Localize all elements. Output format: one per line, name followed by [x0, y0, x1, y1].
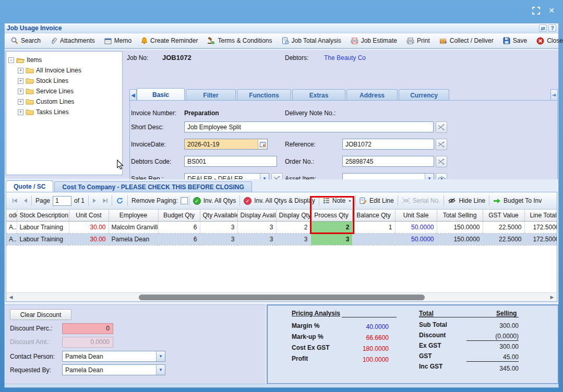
- tab-quote-sc[interactable]: Quote / SC: [6, 180, 53, 192]
- budget-to-inv-button[interactable]: Budget To Inv: [490, 197, 544, 204]
- reference-input[interactable]: JOB1072: [342, 139, 434, 150]
- tab-scroll-right-icon[interactable]: ➜: [550, 89, 558, 101]
- cell-budget-qty[interactable]: 6: [158, 233, 200, 245]
- print-button[interactable]: Print: [403, 35, 434, 46]
- page-input[interactable]: 1: [53, 196, 71, 206]
- col-total-selling[interactable]: Total Selling: [437, 210, 483, 221]
- tree-item-tasks-lines[interactable]: + Tasks Lines: [8, 107, 120, 117]
- cell-display-qty[interactable]: 3: [276, 233, 310, 245]
- prev-page-icon[interactable]: [20, 198, 30, 203]
- col-display-available[interactable]: Display Availa: [237, 210, 276, 221]
- cell-code[interactable]: A...: [6, 233, 17, 245]
- col-line-total[interactable]: Line Total: [524, 210, 557, 221]
- col-qty-available[interactable]: Qty Available: [200, 210, 237, 221]
- tab-filter[interactable]: Filter: [186, 89, 236, 101]
- refresh-button[interactable]: ⇄: [539, 24, 547, 32]
- table-row[interactable]: A... Labour Training 30.00 Malcolm Granv…: [6, 221, 557, 233]
- cell-display-qty[interactable]: 2: [276, 221, 310, 233]
- search-button[interactable]: Search: [7, 35, 44, 46]
- close-button[interactable]: Close: [533, 35, 563, 47]
- col-budget-qty[interactable]: Budget Qty: [158, 210, 200, 221]
- discount-perc-input[interactable]: 0: [62, 323, 113, 334]
- tree-item-stock-lines[interactable]: + Stock Lines: [8, 76, 120, 86]
- col-balance-qty[interactable]: Balance Qty: [352, 210, 395, 221]
- collapse-icon[interactable]: −: [8, 57, 14, 63]
- cell-budget-qty[interactable]: 6: [158, 221, 200, 233]
- cell-gst-value[interactable]: 22.5000: [483, 221, 524, 233]
- debtors-link[interactable]: The Beauty Co: [324, 54, 366, 62]
- short-desc-lookup-button[interactable]: [436, 121, 447, 133]
- expand-icon[interactable]: +: [18, 99, 23, 105]
- serial-no-button[interactable]: Serial No.: [399, 197, 443, 204]
- contact-person-select[interactable]: Pamela Dean ▼: [62, 351, 165, 362]
- cell-qty-available[interactable]: 3: [200, 221, 237, 233]
- cell-line-total[interactable]: 172.5000: [524, 233, 557, 245]
- memo-button[interactable]: Memo: [101, 35, 135, 46]
- debtors-code-input[interactable]: BS001: [184, 156, 277, 167]
- chevron-down-icon[interactable]: ▼: [156, 351, 165, 361]
- cell-balance-qty[interactable]: 1: [352, 221, 395, 233]
- order-no-input[interactable]: 25898745: [342, 156, 434, 167]
- note-dropdown-button[interactable]: Note▼: [320, 197, 354, 204]
- tab-scroll-left-icon[interactable]: ◀: [129, 89, 137, 101]
- cell-unit-cost[interactable]: 30.00: [69, 233, 109, 245]
- cell-gst-value[interactable]: 22.5000: [483, 233, 524, 245]
- hide-line-button[interactable]: Hide Line: [445, 197, 488, 204]
- expand-icon[interactable]: +: [18, 78, 23, 84]
- col-gst-value[interactable]: GST Value: [483, 210, 524, 221]
- refresh-grid-icon[interactable]: [113, 197, 126, 204]
- tree-item-service-lines[interactable]: + Service Lines: [8, 86, 120, 96]
- first-page-icon[interactable]: [9, 198, 20, 203]
- expand-icon[interactable]: +: [18, 109, 23, 115]
- cell-process-qty[interactable]: 2: [310, 221, 352, 233]
- col-unit-cost[interactable]: Unit Cost: [69, 210, 109, 221]
- help-button[interactable]: ?: [548, 24, 556, 32]
- table-row-selected[interactable]: A... Labour Training 30.00 Pamela Dean 6…: [6, 233, 557, 245]
- cell-display-available[interactable]: 3: [237, 233, 276, 245]
- maximize-icon[interactable]: [532, 6, 540, 15]
- cell-display-available[interactable]: 3: [237, 221, 276, 233]
- next-page-icon[interactable]: [90, 198, 100, 203]
- cell-unit-sale[interactable]: 50.0000: [395, 221, 437, 233]
- expand-icon[interactable]: +: [18, 89, 23, 94]
- invoice-date-input[interactable]: 2026-01-19: [184, 139, 268, 150]
- col-employee[interactable]: Employee: [109, 210, 158, 221]
- tab-address[interactable]: Address: [346, 89, 398, 101]
- tab-basic[interactable]: Basic: [137, 88, 185, 101]
- col-process-qty[interactable]: Process Qty: [310, 210, 352, 221]
- reference-lookup-button[interactable]: [436, 139, 447, 150]
- tab-cost-to-company[interactable]: Cost To Company - PLEASE CHECK THIS BEFO…: [54, 181, 251, 192]
- save-button[interactable]: Save: [499, 35, 531, 46]
- cell-desc[interactable]: Labour Training: [17, 221, 69, 233]
- tab-extras[interactable]: Extras: [292, 89, 345, 101]
- scroll-right-icon[interactable]: ▶: [547, 295, 557, 300]
- cell-process-qty[interactable]: 3: [310, 233, 352, 245]
- remove-paging-checkbox[interactable]: [181, 197, 188, 204]
- tab-functions[interactable]: Functions: [237, 89, 291, 101]
- edit-line-button[interactable]: Edit Line: [357, 197, 397, 204]
- cell-employee[interactable]: Pamela Dean: [109, 233, 158, 245]
- attachments-button[interactable]: Attachments: [46, 35, 99, 46]
- tree-item-items[interactable]: − Items: [8, 55, 120, 65]
- job-estimate-button[interactable]: Job Estimate: [347, 35, 401, 46]
- tree-item-all-invoice-lines[interactable]: + All Invoice Lines: [8, 65, 120, 76]
- cell-employee[interactable]: Malcolm Granville: [109, 221, 158, 233]
- chevron-down-icon[interactable]: ▼: [156, 365, 165, 375]
- cell-code[interactable]: A...: [6, 221, 17, 233]
- requested-by-select[interactable]: Pamela Dean ▼: [62, 364, 165, 375]
- collect-deliver-button[interactable]: Collect / Deliver: [436, 35, 497, 46]
- cell-unit-sale[interactable]: 50.0000: [395, 233, 437, 245]
- job-total-analysis-button[interactable]: Job Total Analysis: [278, 35, 345, 46]
- cell-unit-cost[interactable]: 30.00: [69, 221, 109, 233]
- cell-total-selling[interactable]: 150.0000: [437, 233, 483, 245]
- last-page-icon[interactable]: [100, 198, 111, 203]
- inv-all-qtys-button[interactable]: ✓Inv. All Qtys: [190, 197, 238, 205]
- inv-all-qtys-display-button[interactable]: ✓Inv. All Qtys & Display: [241, 197, 317, 205]
- terms-conditions-button[interactable]: Terms & Conditions: [203, 35, 275, 46]
- cell-total-selling[interactable]: 150.0000: [437, 221, 483, 233]
- col-code[interactable]: ode: [6, 210, 17, 221]
- tree-item-custom-lines[interactable]: + Custom Lines: [8, 96, 120, 107]
- clear-discount-button[interactable]: Clear Discount: [10, 309, 71, 320]
- create-reminder-button[interactable]: Create Reminder: [137, 35, 201, 46]
- cell-desc[interactable]: Labour Training: [17, 233, 69, 245]
